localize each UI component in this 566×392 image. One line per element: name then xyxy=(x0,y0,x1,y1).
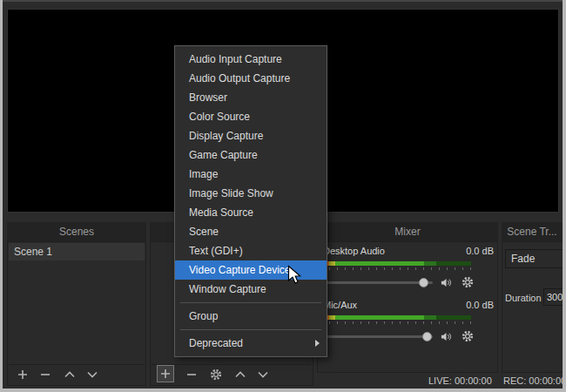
channel-settings-gear-icon[interactable] xyxy=(461,329,475,347)
move-source-up-button[interactable] xyxy=(233,368,247,382)
transitions-dock-header: Scene Tr... xyxy=(502,222,563,241)
move-scene-down-button[interactable] xyxy=(85,368,99,382)
obs-window: Scenes Sources Mixer Scene Tr... Scene 1 xyxy=(0,0,566,392)
volume-slider[interactable] xyxy=(321,281,433,284)
menu-item-deprecated-label: Deprecated xyxy=(189,337,243,349)
menu-item-color-source[interactable]: Color Source xyxy=(175,107,327,126)
volume-meter xyxy=(321,315,471,320)
menu-item-text-gdi[interactable]: Text (GDI+) xyxy=(175,241,327,260)
menu-item-media-source[interactable]: Media Source xyxy=(175,203,327,222)
menu-item-display-capture[interactable]: Display Capture xyxy=(175,126,327,145)
move-scene-up-button[interactable] xyxy=(63,368,77,382)
menu-item-browser[interactable]: Browser xyxy=(175,88,327,107)
scenes-dock: Scene 1 xyxy=(7,241,146,386)
transition-select[interactable]: Fade xyxy=(505,249,566,268)
add-source-menu: Audio Input Capture Audio Output Capture… xyxy=(174,45,327,357)
window-border-bottom xyxy=(0,389,566,392)
scenes-toolbar xyxy=(9,364,145,384)
scene-list-item[interactable]: Scene 1 xyxy=(9,243,145,260)
menu-item-game-capture[interactable]: Game Capture xyxy=(175,145,327,165)
channel-settings-gear-icon[interactable] xyxy=(461,275,475,293)
move-source-down-button[interactable] xyxy=(256,368,270,382)
menu-item-scene[interactable]: Scene xyxy=(175,222,327,241)
mixer-dock-header: Mixer xyxy=(317,222,498,241)
mixer-channel-name: Desktop Audio xyxy=(323,246,385,256)
volume-meter xyxy=(321,261,471,266)
rec-status: REC: 00:00:00 xyxy=(503,375,566,386)
meter-scale-ticks xyxy=(321,321,471,324)
sources-toolbar xyxy=(152,364,312,384)
scenes-dock-header: Scenes xyxy=(7,222,146,241)
mixer-channel-level: 0.0 dB xyxy=(454,246,494,256)
menu-item-video-capture-device[interactable]: Video Capture Device xyxy=(175,260,327,280)
mixer-dock: Desktop Audio 0.0 dB Mic/Aux 0.0 dB xyxy=(317,241,498,373)
window-border-right xyxy=(563,0,566,392)
volume-slider-handle[interactable] xyxy=(419,278,428,287)
menu-item-group[interactable]: Group xyxy=(175,307,327,326)
menu-item-image-slide-show[interactable]: Image Slide Show xyxy=(175,184,327,203)
submenu-arrow-icon xyxy=(315,340,320,347)
volume-slider[interactable] xyxy=(321,335,433,338)
menu-item-image[interactable]: Image xyxy=(175,165,327,184)
window-border-left xyxy=(0,0,3,392)
source-properties-button[interactable] xyxy=(209,368,223,382)
remove-scene-button[interactable] xyxy=(38,368,52,382)
add-scene-button[interactable] xyxy=(16,368,30,382)
menu-item-deprecated[interactable]: Deprecated xyxy=(175,334,327,353)
window-border-top xyxy=(0,0,566,2)
mixer-channel-name: Mic/Aux xyxy=(323,300,357,310)
volume-slider-handle[interactable] xyxy=(422,332,432,341)
remove-source-button[interactable] xyxy=(185,368,199,382)
menu-item-window-capture[interactable]: Window Capture xyxy=(175,280,327,299)
transition-duration-label: Duration xyxy=(505,293,542,303)
menu-separator xyxy=(180,302,321,303)
menu-item-audio-input-capture[interactable]: Audio Input Capture xyxy=(175,50,327,69)
meter-scale-ticks xyxy=(321,267,471,270)
menu-item-audio-output-capture[interactable]: Audio Output Capture xyxy=(175,69,327,88)
menu-separator xyxy=(180,329,321,330)
mute-speaker-icon[interactable] xyxy=(440,330,453,347)
mixer-channel-level: 0.0 dB xyxy=(454,300,494,310)
mute-speaker-icon[interactable] xyxy=(440,276,453,293)
add-source-button[interactable] xyxy=(157,365,174,382)
live-status: LIVE: 00:00:00 xyxy=(428,375,492,386)
transition-select-value: Fade xyxy=(511,253,535,265)
